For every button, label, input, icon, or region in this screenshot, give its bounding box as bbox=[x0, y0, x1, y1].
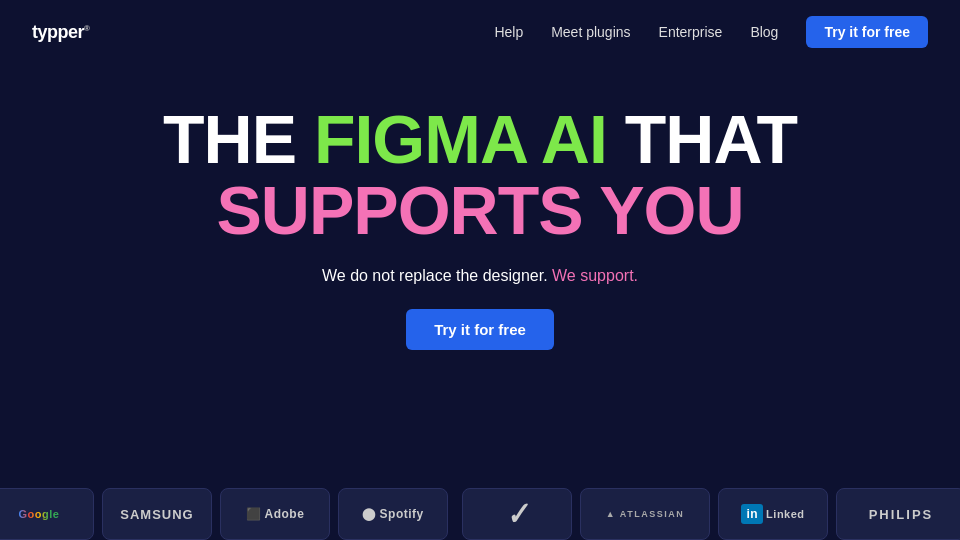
logo: typper® bbox=[32, 22, 89, 43]
logo-strip-inner: Google SAMSUNG ⬛ Adobe ⬤ Spotify ✓ ▲ ATL… bbox=[0, 468, 960, 540]
logo-google: Google bbox=[0, 488, 94, 540]
logo-adobe: ⬛ Adobe bbox=[220, 488, 330, 540]
hero-title-that: THAT bbox=[607, 101, 797, 177]
logo-philips: PHILIPS bbox=[836, 488, 960, 540]
logo-nike: ✓ bbox=[462, 488, 572, 540]
logos-right: ✓ ▲ ATLASSIAN in Linked PHILIPS bbox=[458, 488, 960, 540]
nav-cta-button[interactable]: Try it for free bbox=[806, 16, 928, 48]
logo-samsung: SAMSUNG bbox=[102, 488, 212, 540]
logo-strip: Google SAMSUNG ⬛ Adobe ⬤ Spotify ✓ ▲ ATL… bbox=[0, 468, 960, 540]
logo-linkedin: in Linked bbox=[718, 488, 828, 540]
hero-subtitle: We do not replace the designer. We suppo… bbox=[322, 267, 638, 285]
logo-spotify: ⬤ Spotify bbox=[338, 488, 448, 540]
hero-cta-button[interactable]: Try it for free bbox=[406, 309, 554, 350]
hero-title-figma-ai: FIGMA AI bbox=[314, 101, 607, 177]
nav-links: Help Meet plugins Enterprise Blog Try it… bbox=[494, 16, 928, 48]
logos-left: Google SAMSUNG ⬛ Adobe ⬤ Spotify bbox=[0, 488, 452, 540]
navbar: typper® Help Meet plugins Enterprise Blo… bbox=[0, 0, 960, 64]
hero-title-supports-you: SUPPORTS YOU bbox=[216, 172, 743, 248]
nav-help[interactable]: Help bbox=[494, 24, 523, 40]
nav-blog[interactable]: Blog bbox=[750, 24, 778, 40]
nav-meet-plugins[interactable]: Meet plugins bbox=[551, 24, 630, 40]
hero-title: THE FIGMA AI THAT SUPPORTS YOU bbox=[163, 104, 797, 247]
hero-section: THE FIGMA AI THAT SUPPORTS YOU We do not… bbox=[0, 64, 960, 370]
logo-atlassian: ▲ ATLASSIAN bbox=[580, 488, 710, 540]
nav-enterprise[interactable]: Enterprise bbox=[659, 24, 723, 40]
hero-subtitle-pink: We support. bbox=[548, 267, 638, 284]
hero-subtitle-white: We do not replace the designer. bbox=[322, 267, 548, 284]
hero-title-the: THE bbox=[163, 101, 314, 177]
